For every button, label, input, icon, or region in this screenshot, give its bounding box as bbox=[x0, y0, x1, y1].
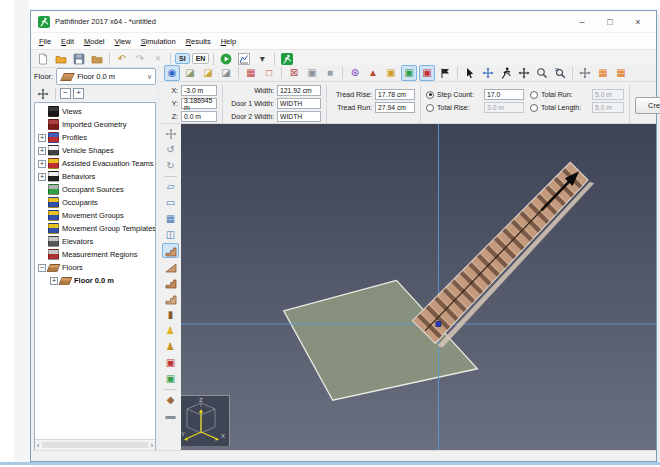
collapse-icon[interactable]: − bbox=[38, 264, 46, 272]
menu-file[interactable]: File bbox=[34, 35, 56, 48]
expand-icon[interactable]: + bbox=[50, 277, 58, 285]
solid-mode-icon[interactable]: □ bbox=[261, 65, 277, 81]
thin-wall-tool-icon[interactable]: ▬ bbox=[162, 408, 179, 423]
en-units-button[interactable]: EN bbox=[192, 53, 210, 64]
show-occupants-icon[interactable]: ▣ bbox=[401, 65, 417, 81]
rotate-view-icon[interactable]: ↺ bbox=[162, 142, 179, 157]
collapse-all-icon[interactable]: − bbox=[60, 88, 71, 99]
scroll-right-icon[interactable]: › bbox=[151, 442, 153, 449]
obstruction-box-tool-icon[interactable]: ◫ bbox=[162, 227, 179, 242]
tree-item-occupants[interactable]: Occupants bbox=[38, 196, 155, 209]
walk-tool-icon[interactable] bbox=[498, 65, 514, 81]
floor-view-icon[interactable]: ◪ bbox=[200, 65, 216, 81]
room-rectangle-tool-icon[interactable]: ▭ bbox=[162, 195, 179, 210]
close-button[interactable]: × bbox=[624, 13, 652, 30]
menu-view[interactable]: View bbox=[109, 35, 135, 48]
tread-run-field[interactable]: 27.94 cm bbox=[375, 102, 415, 113]
expand-icon[interactable]: + bbox=[38, 134, 46, 142]
door1-width-field[interactable]: WIDTH bbox=[277, 98, 321, 109]
snap-to-points-icon[interactable] bbox=[577, 65, 593, 81]
step-count-field[interactable]: 17.0 bbox=[484, 89, 524, 100]
door-tool-icon[interactable]: ▮ bbox=[162, 307, 179, 322]
occupant-tool-icon[interactable]: ♟ bbox=[162, 323, 179, 338]
maximize-button[interactable]: □ bbox=[596, 13, 624, 30]
room-polygon-tool-icon[interactable]: ▱ bbox=[162, 179, 179, 194]
pan-tool-icon[interactable] bbox=[516, 65, 532, 81]
tree-item-floors[interactable]: −Floors bbox=[38, 261, 155, 274]
si-units-button[interactable]: SI bbox=[175, 53, 190, 64]
tree-item-measurement-regions[interactable]: Measurement Regions bbox=[38, 248, 155, 261]
tree-item-behaviors[interactable]: +Behaviors bbox=[38, 170, 155, 183]
elevator-tool-icon[interactable] bbox=[162, 291, 179, 306]
total-length-field[interactable]: 5.0 m bbox=[592, 102, 624, 113]
floor-selector[interactable]: Floor 0.0 m ∨ bbox=[56, 68, 156, 85]
show-grid-icon[interactable]: ▦ bbox=[595, 65, 611, 81]
total-length-radio[interactable] bbox=[530, 104, 538, 112]
tree-item-floor-0.0-m[interactable]: +Floor 0.0 m bbox=[38, 274, 155, 287]
background-image-tool-icon[interactable]: ▦ bbox=[162, 211, 179, 226]
roam-view-tool-icon[interactable]: ↻ bbox=[162, 158, 179, 173]
show-navmesh-icon[interactable]: ⊛ bbox=[347, 65, 363, 81]
orbit-tool-icon[interactable] bbox=[480, 65, 496, 81]
scroll-left-icon[interactable]: ‹ bbox=[37, 442, 39, 449]
expand-icon[interactable]: + bbox=[38, 147, 46, 155]
tree-item-movement-groups[interactable]: Movement Groups bbox=[38, 209, 155, 222]
ramp-tool-icon[interactable] bbox=[162, 259, 179, 274]
expand-all-icon[interactable]: + bbox=[73, 88, 84, 99]
x-field[interactable]: -3.0 m bbox=[181, 85, 217, 96]
escalator-tool-icon[interactable] bbox=[162, 275, 179, 290]
total-run-field[interactable]: 5.0 m bbox=[592, 89, 624, 100]
tree-item-elevators[interactable]: Elevators bbox=[38, 235, 155, 248]
tree-item-vehicle-shapes[interactable]: +Vehicle Shapes bbox=[38, 144, 155, 157]
menu-model[interactable]: Model bbox=[79, 35, 109, 48]
tree-item-assisted-evacuation-teams[interactable]: +Assisted Evacuation Teams bbox=[38, 157, 155, 170]
measurement-region-tool-icon[interactable]: ▣ bbox=[162, 355, 179, 370]
reset-view-icon[interactable]: ◪ bbox=[218, 65, 234, 81]
exit-door-tool-icon[interactable]: ▣ bbox=[162, 371, 179, 386]
move-to-floor-icon[interactable] bbox=[35, 86, 51, 102]
viewport-3d[interactable]: Z X Y bbox=[181, 124, 656, 451]
z-field[interactable]: 0.0 m bbox=[181, 111, 217, 122]
obstruction-tool-icon[interactable]: ◆ bbox=[162, 392, 179, 407]
door2-width-field[interactable]: WIDTH bbox=[277, 111, 321, 122]
wireframe-mode-icon[interactable]: ▦ bbox=[243, 65, 259, 81]
y-field[interactable]: 3.186945 m bbox=[181, 98, 217, 109]
show-hidden-icon[interactable]: ▣ bbox=[304, 65, 320, 81]
hide-selection-icon[interactable]: ⊠ bbox=[286, 65, 302, 81]
viewport-canvas[interactable] bbox=[181, 124, 656, 451]
zoom-tool-icon[interactable] bbox=[534, 65, 550, 81]
total-rise-field[interactable]: 3.0 m bbox=[484, 102, 524, 113]
menu-help[interactable]: Help bbox=[216, 35, 241, 48]
tree-horizontal-scrollbar[interactable]: ‹ › bbox=[35, 439, 155, 450]
tree-item-imported-geometry[interactable]: Imported Geometry bbox=[38, 118, 155, 131]
tree-item-views[interactable]: Views bbox=[38, 105, 155, 118]
pan-view-icon[interactable] bbox=[162, 126, 179, 141]
select-tool-icon[interactable] bbox=[462, 65, 478, 81]
menu-results[interactable]: Results bbox=[181, 35, 216, 48]
isolate-selection-icon[interactable]: ■ bbox=[322, 65, 338, 81]
show-measurement-regions-icon[interactable]: ▣ bbox=[419, 65, 435, 81]
show-views-icon[interactable] bbox=[437, 65, 453, 81]
step-count-radio[interactable] bbox=[426, 91, 434, 99]
show-imported-geometry-icon[interactable]: ▲ bbox=[365, 65, 381, 81]
grid-snap-icon[interactable]: ▦ bbox=[613, 65, 629, 81]
zoom-extents-icon[interactable] bbox=[552, 65, 568, 81]
orbit-view-icon[interactable]: ◉ bbox=[164, 65, 180, 81]
roam-view-icon[interactable]: ◪ bbox=[182, 65, 198, 81]
tree-item-movement-group-templates[interactable]: Movement Group Templates bbox=[38, 222, 155, 235]
total-rise-radio[interactable] bbox=[426, 104, 434, 112]
expand-icon[interactable]: + bbox=[38, 173, 46, 181]
create-button[interactable]: Create bbox=[635, 97, 660, 114]
menu-simulation[interactable]: Simulation bbox=[136, 35, 181, 48]
expand-icon[interactable]: + bbox=[38, 160, 46, 168]
axis-gizmo[interactable]: Z X Y bbox=[181, 395, 230, 446]
menu-edit[interactable]: Edit bbox=[56, 35, 79, 48]
tread-rise-field[interactable]: 17.78 cm bbox=[375, 89, 415, 100]
tree-item-occupant-sources[interactable]: Occupant Sources bbox=[38, 183, 155, 196]
total-run-radio[interactable] bbox=[530, 91, 538, 99]
occupant-group-tool-icon[interactable]: ♟ bbox=[162, 339, 179, 354]
minimize-button[interactable]: – bbox=[568, 13, 596, 30]
stairs-tool-icon[interactable] bbox=[162, 243, 179, 258]
scrollbar-thumb[interactable] bbox=[42, 442, 147, 448]
tree-item-profiles[interactable]: +Profiles bbox=[38, 131, 155, 144]
